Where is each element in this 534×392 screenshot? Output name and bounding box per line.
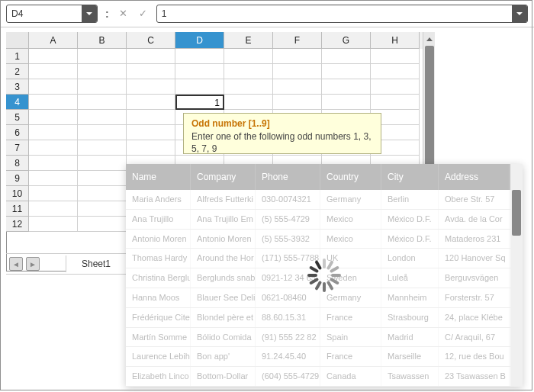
cell[interactable] [175, 79, 224, 95]
cell[interactable] [29, 186, 78, 201]
column-header[interactable]: Name [126, 164, 191, 190]
column-header[interactable]: B [78, 32, 127, 49]
cell[interactable] [127, 64, 175, 79]
row-header[interactable]: 2 [6, 64, 29, 79]
cell[interactable] [78, 79, 127, 95]
cell-name-box[interactable]: D4 [6, 5, 98, 23]
column-header[interactable]: Address [439, 164, 510, 190]
table-row[interactable]: Antonio MorenAntonio Moren(5) 555-3932Me… [126, 230, 510, 249]
table-cell: Berlin [381, 190, 439, 209]
cell[interactable] [322, 95, 371, 110]
row-header[interactable]: 7 [6, 140, 29, 156]
cell[interactable] [224, 49, 273, 64]
cell[interactable] [371, 64, 420, 79]
table-row[interactable]: Elizabeth LincoBottom-Dollar(604) 555-47… [126, 367, 510, 387]
row-header[interactable]: 4 [6, 95, 29, 110]
column-header[interactable]: C [127, 32, 175, 49]
cell[interactable] [29, 140, 78, 156]
row-header[interactable]: 3 [6, 79, 29, 95]
column-header[interactable]: D [175, 32, 224, 49]
column-header[interactable]: A [29, 32, 78, 49]
cell[interactable] [78, 64, 127, 79]
column-header[interactable]: Country [320, 164, 381, 190]
cell[interactable] [127, 110, 175, 125]
cell[interactable] [224, 79, 273, 95]
cell[interactable] [273, 49, 322, 64]
scroll-thumb[interactable] [425, 46, 434, 168]
row-header[interactable]: 10 [6, 186, 29, 201]
scroll-up-icon[interactable] [424, 33, 435, 45]
table-row[interactable]: Frédérique CiteBlondel père et88.60.15.3… [126, 308, 510, 328]
cell[interactable] [78, 125, 127, 140]
cell[interactable] [29, 125, 78, 140]
column-header[interactable]: G [322, 32, 371, 49]
cell[interactable] [127, 125, 175, 140]
next-sheet-button[interactable]: ► [26, 257, 40, 271]
cell[interactable] [175, 49, 224, 64]
table-row[interactable]: Maria AndersAlfreds Futterki030-0074321G… [126, 190, 510, 210]
table-row[interactable]: Laurence LebihBon app'91.24.45.40FranceM… [126, 347, 510, 367]
row-header[interactable]: 6 [6, 125, 29, 140]
column-header[interactable]: E [224, 32, 273, 49]
cell[interactable] [29, 217, 78, 232]
row-header[interactable]: 1 [6, 49, 29, 64]
cell[interactable] [322, 64, 371, 79]
row-header[interactable]: 5 [6, 110, 29, 125]
cell[interactable] [29, 201, 78, 217]
cell[interactable] [78, 171, 127, 186]
table-row[interactable]: Ana TrujilloAna Trujillo Em(5) 555-4729M… [126, 210, 510, 230]
cell[interactable] [224, 95, 273, 110]
scroll-thumb[interactable] [512, 190, 521, 236]
name-box-dropdown[interactable] [82, 5, 97, 22]
cell[interactable] [78, 110, 127, 125]
cell[interactable] [273, 95, 322, 110]
cell[interactable] [175, 64, 224, 79]
cell[interactable] [127, 95, 175, 110]
row-header[interactable]: 8 [6, 156, 29, 171]
table-cell: Maria Anders [126, 190, 191, 209]
cell[interactable] [29, 95, 78, 110]
table-row[interactable]: Martín SommeBólido Comida(91) 555 22 82S… [126, 328, 510, 348]
cell[interactable] [371, 95, 420, 110]
cell[interactable]: 1 [175, 95, 224, 110]
cell[interactable] [273, 79, 322, 95]
formula-dropdown[interactable] [512, 5, 527, 22]
cell[interactable] [78, 156, 127, 171]
cell[interactable] [29, 156, 78, 171]
cell[interactable] [78, 95, 127, 110]
column-header[interactable]: F [273, 32, 322, 49]
cell[interactable] [371, 79, 420, 95]
column-header[interactable]: City [381, 164, 439, 190]
column-header[interactable]: H [371, 32, 420, 49]
cell[interactable] [224, 64, 273, 79]
cell[interactable] [78, 217, 127, 232]
row-header[interactable]: 11 [6, 201, 29, 217]
select-all-corner[interactable] [6, 32, 29, 49]
formula-input[interactable]: 1 [156, 5, 528, 23]
cell[interactable] [371, 49, 420, 64]
cell[interactable] [127, 140, 175, 156]
cell[interactable] [78, 201, 127, 217]
cell[interactable] [322, 79, 371, 95]
sheet-tab[interactable]: Sheet1 [66, 255, 127, 272]
cell[interactable] [78, 49, 127, 64]
cell[interactable] [127, 79, 175, 95]
data-grid-scrollbar[interactable] [510, 164, 523, 387]
cell[interactable] [78, 140, 127, 156]
row-header[interactable]: 12 [6, 217, 29, 232]
column-header[interactable]: Phone [256, 164, 320, 190]
cell[interactable] [29, 110, 78, 125]
cell[interactable] [29, 49, 78, 64]
cell[interactable] [29, 64, 78, 79]
row-header[interactable]: 9 [6, 171, 29, 186]
cell[interactable] [127, 49, 175, 64]
cell[interactable] [29, 171, 78, 186]
cell[interactable] [78, 186, 127, 201]
prev-sheet-button[interactable]: ◄ [9, 257, 23, 271]
cell[interactable] [322, 49, 371, 64]
cell[interactable] [29, 79, 78, 95]
accept-formula-button[interactable]: ✓ [137, 7, 150, 21]
cell[interactable] [273, 64, 322, 79]
column-header[interactable]: Company [191, 164, 256, 190]
cancel-formula-button[interactable]: ✕ [117, 7, 130, 21]
